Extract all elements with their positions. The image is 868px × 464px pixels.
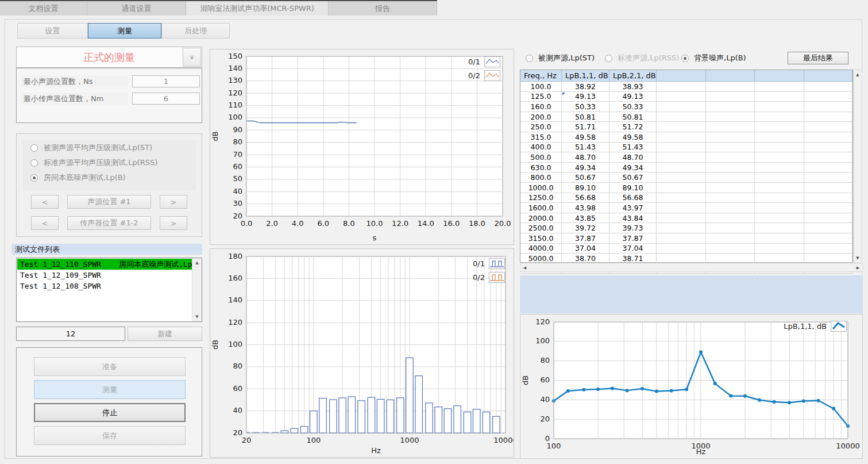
table-cell	[706, 213, 755, 223]
table-cell: 50.81	[609, 112, 657, 122]
chart-legend: 0/10/2	[468, 56, 500, 81]
table-row[interactable]: 2000.043.8543.84	[520, 213, 852, 224]
test-type-radio-2[interactable]: 房间本底噪声测试,Lp(B)	[30, 171, 196, 185]
table-row[interactable]: 630.049.3449.34	[520, 163, 852, 173]
prepare-button[interactable]: 准备	[34, 357, 186, 376]
test-type-radio-1[interactable]: 标准声源平均声压级测试,Lp(RSS)	[30, 156, 196, 170]
table-header-cell	[755, 70, 804, 81]
source-position-button[interactable]: 声源位置 #1	[67, 195, 151, 209]
table-cell: 89.10	[562, 183, 609, 193]
radio-circle-icon[interactable]	[30, 144, 38, 152]
table-cell: 38.70	[562, 254, 609, 263]
table-cell	[706, 82, 755, 91]
radio-label: 背景噪声,Lp(B)	[694, 53, 746, 63]
table-vertical-scrollbar[interactable]: ▲ ▼	[853, 70, 862, 263]
tab-2[interactable]: 混响室法测试声功率(MCR-SPWR)	[186, 1, 329, 16]
legend-entry: 0/1	[468, 56, 500, 67]
table-cell: 38.71	[609, 254, 657, 263]
radio-circle-icon[interactable]	[30, 159, 38, 167]
table-cell	[706, 203, 755, 213]
table-row[interactable]: 250.051.7151.72	[520, 122, 852, 132]
table-row[interactable]: 800.050.6750.67	[520, 172, 852, 183]
chevron-down-icon[interactable]: ∨	[183, 48, 201, 67]
svg-text:60: 60	[540, 375, 550, 384]
table-cell	[657, 213, 706, 223]
file-list-scrollbar[interactable]: ▲ ▼	[192, 258, 202, 321]
table-row[interactable]: 500.048.7048.70	[520, 152, 852, 163]
table-row[interactable]: 1250.056.6856.68	[520, 193, 852, 204]
view-radio-2[interactable]: 背景噪声,Lp(B)	[681, 53, 746, 63]
test-type-radio-0[interactable]: 被测声源平均声压级测试,Lp(ST)	[30, 141, 196, 155]
radio-circle-icon[interactable]	[681, 55, 689, 62]
scroll-up-icon[interactable]: ▲	[192, 258, 202, 267]
table-cell	[657, 82, 706, 91]
mic-position-button[interactable]: 传声器位置 #1-2	[67, 216, 151, 230]
table-row[interactable]: 1600.043.9843.97	[520, 203, 852, 213]
svg-text:2.0: 2.0	[266, 219, 278, 228]
table-row[interactable]: 2500.039.7239.73	[520, 223, 852, 233]
table-cell: 37.04	[562, 244, 609, 254]
measure-mode-dropdown[interactable]: 正式的测量 ∨	[16, 47, 202, 68]
table-row[interactable]: 400.051.4351.43	[520, 143, 852, 153]
source-position-prev-button[interactable]: <	[31, 195, 59, 209]
new-test-button[interactable]: 新建	[128, 327, 202, 341]
source-position-row: < 声源位置 #1 >	[17, 195, 203, 209]
param-field-ns[interactable]: 1	[132, 75, 200, 87]
view-radio-1[interactable]: 标准声源,Lp(RSS)	[605, 53, 681, 63]
svg-text:Hz: Hz	[371, 446, 381, 455]
file-list-item[interactable]: Test 1_12_108_SPWR	[17, 281, 192, 292]
tab-3[interactable]: 报告	[329, 1, 437, 16]
table-cell	[657, 112, 706, 122]
svg-text:30: 30	[233, 199, 242, 208]
subtab-2[interactable]: 后处理	[161, 23, 230, 39]
radio-circle-icon[interactable]	[526, 55, 533, 62]
test-counter-button[interactable]: 12	[16, 327, 125, 341]
param-field-nm[interactable]: 6	[132, 93, 200, 105]
radio-circle-icon[interactable]	[30, 174, 38, 182]
radio-circle-icon[interactable]	[605, 55, 612, 62]
subtab-0[interactable]: 设置	[17, 23, 88, 39]
table-horizontal-scrollbar[interactable]: ◀ ▶	[520, 263, 863, 272]
table-cell: 50.81	[562, 112, 609, 122]
table-row[interactable]: 100.038.9238.93	[520, 82, 852, 92]
svg-text:100: 100	[228, 340, 242, 348]
table-row[interactable]: 125.049.1349.13	[520, 92, 852, 102]
source-position-next-button[interactable]: >	[160, 195, 187, 209]
save-button[interactable]: 保存	[34, 426, 186, 445]
scroll-down-icon[interactable]: ▼	[854, 254, 862, 262]
subtab-1[interactable]: 测量	[88, 23, 161, 39]
svg-text:100: 100	[228, 113, 242, 121]
tab-1[interactable]: 通道设置	[87, 1, 186, 16]
tab-0[interactable]: 文档设置	[0, 1, 87, 16]
table-row[interactable]: 4000.037.0437.04	[520, 244, 852, 254]
scroll-right-icon[interactable]: ▶	[854, 264, 862, 271]
scroll-left-icon[interactable]: ◀	[520, 264, 529, 271]
table-cell: 37.87	[609, 233, 657, 243]
view-radio-0[interactable]: 被测声源,Lp(ST)	[526, 53, 605, 63]
table-cell	[657, 183, 706, 193]
svg-text:dB: dB	[521, 375, 530, 385]
table-row[interactable]: 200.050.8150.81	[520, 112, 852, 122]
table-row[interactable]: 160.050.3350.33	[520, 102, 852, 112]
scroll-up-icon[interactable]: ▲	[854, 70, 862, 79]
table-cell	[755, 213, 804, 223]
table-cell	[706, 152, 755, 162]
table-row[interactable]: 3150.037.8737.87	[520, 233, 852, 244]
table-header-cell	[706, 70, 755, 81]
table-row[interactable]: 315.049.5849.58	[520, 132, 852, 143]
final-result-button[interactable]: 最后结果	[788, 52, 848, 64]
svg-text:1000: 1000	[400, 436, 419, 444]
mic-position-next-button[interactable]: >	[160, 216, 187, 230]
svg-text:20: 20	[540, 415, 550, 423]
table-cell: 39.73	[609, 223, 657, 233]
file-list-item[interactable]: Test 1_12_110_SPWR 房间本底噪声测试,Lp(B)	[17, 259, 192, 270]
measure-button[interactable]: 测量	[34, 380, 186, 399]
mic-position-prev-button[interactable]: <	[31, 216, 59, 230]
chart-legend: LpB,1,1, dB	[784, 321, 847, 332]
file-list-item[interactable]: Test 1_12_109_SPWR	[17, 270, 192, 281]
scroll-down-icon[interactable]: ▼	[192, 312, 202, 321]
stop-button[interactable]: 停止	[34, 403, 186, 422]
table-cell: 51.71	[562, 122, 609, 132]
table-row[interactable]: 1000.089.1089.10	[520, 183, 852, 193]
table-row[interactable]: 5000.038.7038.71	[520, 254, 852, 264]
